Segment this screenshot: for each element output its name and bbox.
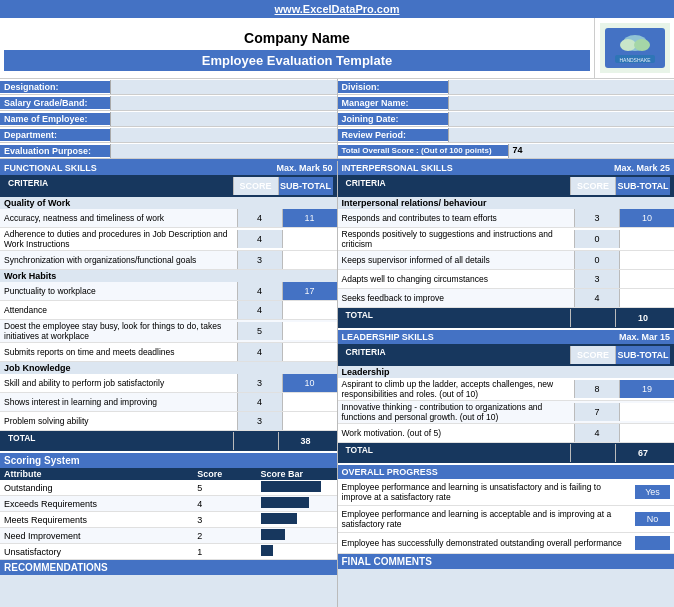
field-manager-name: Manager Name:: [338, 95, 675, 111]
scoring-table: Attribute Score Score Bar Outstanding 5 …: [0, 468, 337, 560]
table-row: Innovative thinking - contribution to or…: [338, 401, 675, 424]
table-row: Skill and ability to perform job satisfa…: [0, 374, 337, 393]
scoring-row: Exceeds Requirements 4: [0, 496, 337, 512]
field-evaluation-purpose: Evaluation Purpose:: [0, 143, 337, 159]
table-row: Accuracy, neatness and timeliness of wor…: [0, 209, 337, 228]
field-department: Department:: [0, 127, 337, 143]
table-row: Problem solving ability 3: [0, 412, 337, 431]
field-division: Division:: [338, 79, 675, 95]
leadership-criteria-header: CRITERIA SCORE SUB-TOTAL: [338, 344, 675, 366]
final-comments-body[interactable]: [338, 569, 675, 607]
scoring-row: Meets Requirements 3: [0, 512, 337, 528]
table-row: Adapts well to changing circumstances 3: [338, 270, 675, 289]
quality-of-work-title: Quality of Work: [0, 197, 337, 209]
interpersonal-total-row: TOTAL 10: [338, 308, 675, 328]
table-row: Shows interest in learning and improving…: [0, 393, 337, 412]
overall-progress-row-2: Employee performance and learning is acc…: [338, 506, 675, 533]
job-knowledge-title: Job Knowledge: [0, 362, 337, 374]
table-row: Work motivation. (out of 5) 4: [338, 424, 675, 443]
field-salary-grade: Salary Grade/Band:: [0, 95, 337, 111]
table-row: Synchronization with organizations/funct…: [0, 251, 337, 270]
table-row: Punctuality to workplace 4 17: [0, 282, 337, 301]
logo: HANDSHAKE: [594, 18, 674, 78]
table-row: Responds positively to suggestions and i…: [338, 228, 675, 251]
table-row: Submits reports on time and meets deadli…: [0, 343, 337, 362]
field-designation: Designation:: [0, 79, 337, 95]
table-row: Keeps supervisor informed of all details…: [338, 251, 675, 270]
table-row: Adherence to duties and procedures in Jo…: [0, 228, 337, 251]
main-content: FUNCTIONAL SKILLS Max. Mark 50 CRITERIA …: [0, 161, 674, 607]
field-joining-date: Joining Date:: [338, 111, 675, 127]
recommendations-body[interactable]: [0, 575, 337, 607]
field-employee-name: Name of Employee:: [0, 111, 337, 127]
field-total-score: Total Overall Score : (Out of 100 points…: [338, 143, 675, 159]
overall-progress-header: OVERALL PROGRESS: [338, 465, 675, 479]
interpersonal-subsection-title: Interpersonal relations/ behaviour: [338, 197, 675, 209]
table-row: Attendance 4: [0, 301, 337, 320]
top-bar: www.ExcelDataPro.com: [0, 0, 674, 18]
interpersonal-skills-header: INTERPERSONAL SKILLS Max. Mark 25: [338, 161, 675, 175]
table-row: Doest the employee stay busy, look for t…: [0, 320, 337, 343]
functional-criteria-header: CRITERIA SCORE SUB-TOTAL: [0, 175, 337, 197]
svg-point-3: [620, 39, 636, 51]
functional-total-row: TOTAL 38: [0, 431, 337, 451]
scoring-row: Unsatisfactory 1: [0, 544, 337, 560]
site-url[interactable]: www.ExcelDataPro.com: [275, 3, 400, 15]
overall-progress-row-3: Employee has successfully demonstrated o…: [338, 533, 675, 554]
right-panel: INTERPERSONAL SKILLS Max. Mark 25 CRITER…: [338, 161, 675, 607]
scoring-row: Need Improvement 2: [0, 528, 337, 544]
header-fields: Designation: Salary Grade/Band: Name of …: [0, 79, 674, 161]
scoring-section: Scoring System Attribute Score Score Bar…: [0, 453, 337, 560]
svg-point-4: [634, 39, 650, 51]
left-panel: FUNCTIONAL SKILLS Max. Mark 50 CRITERIA …: [0, 161, 338, 607]
svg-text:HANDSHAKE: HANDSHAKE: [619, 57, 651, 63]
overall-progress-row-1: Employee performance and learning is uns…: [338, 479, 675, 506]
scoring-row: Outstanding 5: [0, 480, 337, 496]
table-row: Responds and contributes to team efforts…: [338, 209, 675, 228]
company-name: Company Name: [4, 26, 590, 50]
functional-skills-header: FUNCTIONAL SKILLS Max. Mark 50: [0, 161, 337, 175]
template-title: Employee Evaluation Template: [4, 50, 590, 71]
work-habits-title: Work Habits: [0, 270, 337, 282]
interpersonal-criteria-header: CRITERIA SCORE SUB-TOTAL: [338, 175, 675, 197]
final-comments-section: FINAL COMMENTS: [338, 554, 675, 607]
leadership-subsection-title: Leadership: [338, 366, 675, 378]
recommendations-section: RECOMMENDATIONS: [0, 560, 337, 607]
table-row: Seeks feedback to improve 4: [338, 289, 675, 308]
leadership-skills-header: LEADERSHIP SKILLS Max. Mar 15: [338, 330, 675, 344]
field-review-period: Review Period:: [338, 127, 675, 143]
table-row: Aspirant to climb up the ladder, accepts…: [338, 378, 675, 401]
leadership-total-row: TOTAL 67: [338, 443, 675, 463]
